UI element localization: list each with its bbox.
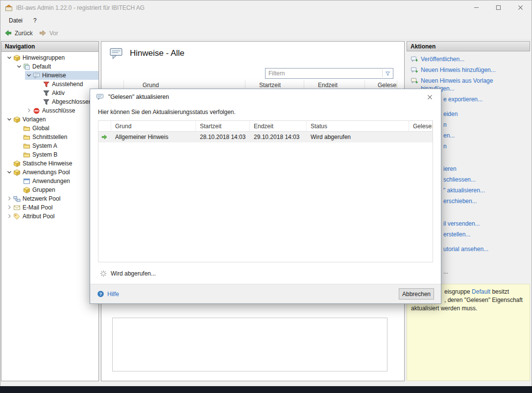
nav-item-abgeschlossen[interactable]: Abgeschlossen	[1, 97, 98, 106]
folder-icon	[23, 124, 30, 132]
default-group-link[interactable]: Default	[472, 288, 490, 295]
dialog-description: Hier können Sie den Aktualisierungsstatu…	[98, 109, 433, 116]
nav-item-label: Statische Hinweise	[23, 160, 72, 167]
nav-item-anwendungs-pool[interactable]: Anwendungs Pool	[1, 168, 98, 177]
chevron-right-icon[interactable]	[5, 205, 13, 210]
cell-grund: Allgemeiner Hinweis	[111, 132, 196, 142]
filter-box	[265, 68, 393, 79]
nav-item-system-a[interactable]: System A	[1, 141, 98, 150]
action-link-veröffentlichen[interactable]: Veröffentlichen...	[407, 55, 528, 63]
nav-item-label: Netzwerk Pool	[23, 195, 60, 202]
close-icon	[518, 5, 523, 10]
nav-item-label: Default	[32, 63, 51, 70]
window-title: IBI-aws Admin 1.22.0 - registriert für I…	[16, 4, 145, 11]
action-link-label: Veröffentlichen...	[421, 55, 464, 63]
help-icon: ?	[97, 290, 104, 298]
publish-icon	[411, 55, 418, 63]
nav-item-label: Abgeschlossen	[52, 98, 92, 105]
nav-item-gruppen[interactable]: Gruppen	[1, 185, 98, 194]
dialog-column-endzeit[interactable]: Endzeit	[250, 121, 307, 132]
dialog-close-button[interactable]	[419, 89, 441, 105]
attribute-icon	[13, 212, 21, 220]
dialog-status-text: Wird abgerufen...	[111, 270, 156, 277]
nav-item-label: Attribut Pool	[23, 213, 54, 220]
nav-item-e-mail-pool[interactable]: E-Mail Pool	[1, 203, 98, 212]
chevron-right-icon[interactable]	[25, 108, 32, 114]
action-link-label: e exportieren...	[443, 95, 483, 103]
dialog-table-body: Allgemeiner Hinweis 28.10.2018 14:03 29.…	[98, 132, 433, 142]
nav-item-global[interactable]: Global	[1, 124, 98, 133]
maximize-button[interactable]	[487, 0, 509, 15]
toolbar: Zurück Vor	[0, 26, 532, 40]
nav-item-vorlagen[interactable]: Vorlagen	[1, 115, 98, 124]
nav-item-label: Global	[32, 125, 49, 132]
forward-button-label: Vor	[49, 30, 58, 37]
chevron-down-icon[interactable]	[15, 64, 23, 69]
back-arrow-icon	[4, 29, 12, 37]
nav-item-ausschlüsse[interactable]: Ausschlüsse	[1, 106, 98, 115]
nav-item-label: Anwendungs Pool	[23, 169, 70, 176]
filter-dark-icon	[42, 89, 50, 97]
nav-item-aktiv[interactable]: Aktiv	[1, 89, 98, 97]
action-link-label: eiden	[443, 110, 458, 118]
action-link-label: il versenden...	[443, 220, 480, 228]
cell-gelesen	[409, 132, 433, 142]
abbrechen-button[interactable]: Abbrechen	[399, 288, 434, 300]
add-notice-icon	[411, 66, 418, 74]
dialog-table-row[interactable]: Allgemeiner Hinweis 28.10.2018 14:03 29.…	[98, 132, 433, 142]
filter-input[interactable]	[266, 70, 382, 77]
spinner-icon	[100, 270, 107, 277]
action-link-neuen-hinweis-hinzufügen[interactable]: Neuen Hinweis hinzufügen...	[407, 66, 528, 74]
nav-item-ausstehend[interactable]: Ausstehend	[1, 80, 98, 89]
close-button[interactable]	[509, 0, 532, 15]
nav-item-default[interactable]: Default	[1, 62, 98, 71]
nav-item-hinweise[interactable]: Hinweise	[1, 71, 98, 80]
navigation-panel: Navigation Hinweisgruppen Default Hinwei…	[1, 41, 99, 381]
menu-datei[interactable]: Datei	[4, 16, 27, 25]
chevron-down-icon[interactable]	[5, 169, 13, 175]
nav-item-hinweisgruppen[interactable]: Hinweisgruppen	[1, 53, 98, 62]
chevron-down-icon[interactable]	[5, 116, 13, 122]
back-button[interactable]: Zurück	[4, 29, 33, 37]
dialog-column-startzeit[interactable]: Startzeit	[196, 121, 250, 132]
minimize-button[interactable]	[465, 0, 487, 15]
dialog-column-grund[interactable]: Grund	[111, 121, 196, 132]
action-link-label: en...	[443, 132, 455, 139]
nav-item-schnittstellen[interactable]: Schnittstellen	[1, 133, 98, 141]
nav-item-label: Hinweisgruppen	[23, 54, 65, 61]
forward-button[interactable]: Vor	[39, 29, 58, 37]
chevron-down-icon[interactable]	[5, 55, 13, 61]
action-link-label: schliessen...	[443, 176, 476, 184]
action-link-label: utorial ansehen...	[443, 245, 488, 253]
notice-bubble-icon	[109, 46, 123, 60]
gelesen-aktualisieren-dialog: "Gelesen" aktualisieren Hier können Sie …	[90, 89, 441, 304]
nav-item-statische-hinweise[interactable]: Statische Hinweise	[1, 159, 98, 168]
dialog-column-status[interactable]: Status	[307, 121, 409, 132]
back-button-label: Zurück	[15, 30, 33, 37]
svg-text:?: ?	[99, 292, 102, 297]
chevron-right-icon[interactable]	[5, 196, 13, 202]
help-link[interactable]: ? Hilfe	[97, 290, 119, 298]
email-icon	[13, 204, 21, 211]
dialog-column-gelesen[interactable]: Gelesen	[409, 121, 433, 132]
dialog-title: "Gelesen" aktualisieren	[108, 93, 169, 100]
no-entry-icon	[32, 107, 40, 115]
forward-arrow-icon	[39, 29, 47, 37]
maximize-icon	[496, 5, 501, 10]
nav-item-netzwerk-pool[interactable]: Netzwerk Pool	[1, 194, 98, 203]
chevron-down-icon[interactable]	[25, 72, 32, 78]
nav-item-label: Ausstehend	[52, 81, 83, 88]
chevron-right-icon[interactable]	[5, 213, 13, 219]
filter-funnel-button[interactable]	[382, 69, 393, 77]
package-icon	[13, 54, 21, 62]
nav-item-label: Gruppen	[32, 186, 55, 193]
menu-help[interactable]: ?	[28, 16, 42, 25]
action-link-label: " aktualisieren...	[443, 186, 485, 194]
nav-item-label: System A	[32, 142, 57, 149]
nav-item-attribut-pool[interactable]: Attribut Pool	[1, 212, 98, 221]
window-bottom-edge	[0, 386, 532, 393]
nav-item-anwendungen[interactable]: Anwendungen	[1, 177, 98, 185]
nav-item-system-b[interactable]: System B	[1, 150, 98, 159]
navigation-tree: Hinweisgruppen Default Hinweise Ausstehe…	[1, 52, 98, 221]
package-icon	[23, 186, 30, 194]
